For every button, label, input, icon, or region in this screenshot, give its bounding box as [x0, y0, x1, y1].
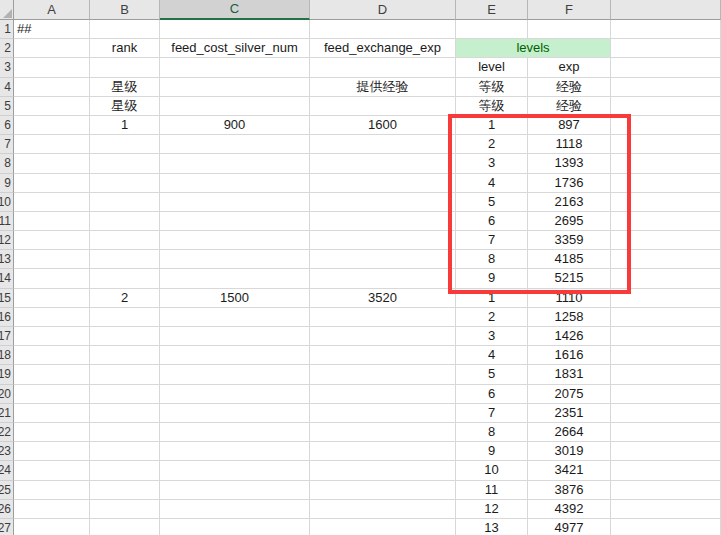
cell-E19[interactable]: 5: [456, 365, 528, 384]
cell-A17[interactable]: [14, 327, 90, 346]
cell-D2[interactable]: feed_exchange_exp: [310, 39, 456, 58]
cell-D11[interactable]: [310, 212, 456, 231]
cell-A15[interactable]: [14, 289, 90, 308]
cell-G18[interactable]: [611, 346, 721, 365]
cell-B13[interactable]: [90, 250, 160, 269]
cell-C7[interactable]: [160, 135, 310, 154]
cell-D20[interactable]: [310, 385, 456, 404]
cell-B26[interactable]: [90, 500, 160, 519]
row-header-19[interactable]: 19: [0, 365, 14, 384]
cell-A23[interactable]: [14, 442, 90, 461]
cell-A9[interactable]: [14, 174, 90, 193]
cell-G19[interactable]: [611, 365, 721, 384]
cell-C24[interactable]: [160, 461, 310, 480]
cell-F17[interactable]: 1426: [528, 327, 611, 346]
cell-C12[interactable]: [160, 231, 310, 250]
cell-C20[interactable]: [160, 385, 310, 404]
cell-E4[interactable]: 等级: [456, 78, 528, 97]
cell-G26[interactable]: [611, 500, 721, 519]
cell-A25[interactable]: [14, 481, 90, 500]
cell-C4[interactable]: [160, 78, 310, 97]
cell-E14[interactable]: 9: [456, 269, 528, 288]
cell-A2[interactable]: [14, 39, 90, 58]
cell-G2[interactable]: [611, 39, 721, 58]
cell-D7[interactable]: [310, 135, 456, 154]
cell-D15[interactable]: 3520: [310, 289, 456, 308]
cell-G5[interactable]: [611, 97, 721, 116]
cell-C10[interactable]: [160, 193, 310, 212]
cell-F11[interactable]: 2695: [528, 212, 611, 231]
cell-merged-E2-F2[interactable]: levels: [456, 39, 611, 58]
cell-A6[interactable]: [14, 116, 90, 135]
cell-C3[interactable]: [160, 58, 310, 77]
cell-B4[interactable]: 星级: [90, 78, 160, 97]
cell-D12[interactable]: [310, 231, 456, 250]
cell-D13[interactable]: [310, 250, 456, 269]
cell-D14[interactable]: [310, 269, 456, 288]
cell-C11[interactable]: [160, 212, 310, 231]
cell-F7[interactable]: 1118: [528, 135, 611, 154]
cell-A24[interactable]: [14, 461, 90, 480]
cell-D26[interactable]: [310, 500, 456, 519]
cell-E24[interactable]: 10: [456, 461, 528, 480]
cell-A26[interactable]: [14, 500, 90, 519]
cell-A14[interactable]: [14, 269, 90, 288]
column-header-A[interactable]: A: [14, 0, 90, 20]
row-header-3[interactable]: 3: [0, 58, 14, 77]
cell-E26[interactable]: 12: [456, 500, 528, 519]
cell-A13[interactable]: [14, 250, 90, 269]
cell-D4[interactable]: 提供经验: [310, 78, 456, 97]
cell-B7[interactable]: [90, 135, 160, 154]
cell-C6[interactable]: 900: [160, 116, 310, 135]
cell-B9[interactable]: [90, 174, 160, 193]
cell-G22[interactable]: [611, 423, 721, 442]
row-header-5[interactable]: 5: [0, 97, 14, 116]
cell-E16[interactable]: 2: [456, 308, 528, 327]
column-header-D[interactable]: D: [310, 0, 456, 20]
cell-F4[interactable]: 经验: [528, 78, 611, 97]
cell-G11[interactable]: [611, 212, 721, 231]
cell-G23[interactable]: [611, 442, 721, 461]
cell-F1[interactable]: [528, 20, 611, 39]
cell-F23[interactable]: 3019: [528, 442, 611, 461]
cell-F18[interactable]: 1616: [528, 346, 611, 365]
cell-A5[interactable]: [14, 97, 90, 116]
column-header-right-fill[interactable]: [611, 0, 721, 20]
cell-C14[interactable]: [160, 269, 310, 288]
row-header-27[interactable]: 27: [0, 519, 14, 535]
cell-F5[interactable]: 经验: [528, 97, 611, 116]
cell-F3[interactable]: exp: [528, 58, 611, 77]
cell-E27[interactable]: 13: [456, 519, 528, 535]
row-header-17[interactable]: 17: [0, 327, 14, 346]
cell-B19[interactable]: [90, 365, 160, 384]
cell-G24[interactable]: [611, 461, 721, 480]
cell-B18[interactable]: [90, 346, 160, 365]
cell-E23[interactable]: 9: [456, 442, 528, 461]
cell-A21[interactable]: [14, 404, 90, 423]
cell-B14[interactable]: [90, 269, 160, 288]
cell-F21[interactable]: 2351: [528, 404, 611, 423]
cell-G21[interactable]: [611, 404, 721, 423]
cell-E25[interactable]: 11: [456, 481, 528, 500]
row-header-2[interactable]: 2: [0, 39, 14, 58]
cell-G27[interactable]: [611, 519, 721, 535]
cell-B16[interactable]: [90, 308, 160, 327]
cell-G12[interactable]: [611, 231, 721, 250]
cell-G15[interactable]: [611, 289, 721, 308]
cell-G16[interactable]: [611, 308, 721, 327]
cell-F14[interactable]: 5215: [528, 269, 611, 288]
row-header-10[interactable]: 10: [0, 193, 14, 212]
cell-F12[interactable]: 3359: [528, 231, 611, 250]
row-header-16[interactable]: 16: [0, 308, 14, 327]
cell-B2[interactable]: rank: [90, 39, 160, 58]
cell-A20[interactable]: [14, 385, 90, 404]
cell-E10[interactable]: 5: [456, 193, 528, 212]
row-header-14[interactable]: 14: [0, 269, 14, 288]
column-header-B[interactable]: B: [90, 0, 160, 20]
cell-E17[interactable]: 3: [456, 327, 528, 346]
cell-B27[interactable]: [90, 519, 160, 535]
cell-E18[interactable]: 4: [456, 346, 528, 365]
cell-D19[interactable]: [310, 365, 456, 384]
cell-C1[interactable]: [160, 20, 310, 39]
cell-D17[interactable]: [310, 327, 456, 346]
